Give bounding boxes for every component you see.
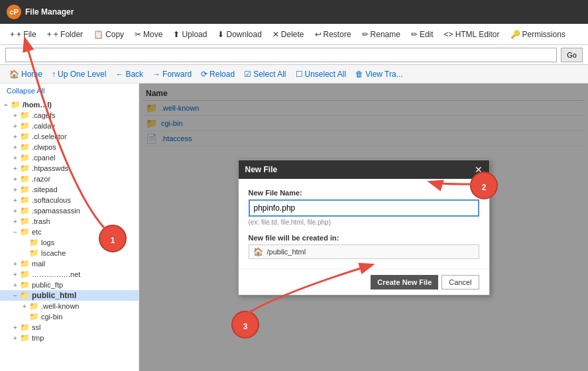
tree-item-clselector[interactable]: + 📁 .cl.selector [0, 131, 139, 142]
header: cP File Manager [0, 0, 588, 24]
expand-icon: − [11, 292, 20, 299]
tree-item-cagefs[interactable]: + 📁 .cagefs [0, 110, 139, 121]
collapse-all-button[interactable]: Collapse All [0, 83, 139, 98]
folder-icon: 📁 [20, 270, 30, 279]
folder-icon: 📁 [20, 280, 30, 290]
tree-item-clwpos[interactable]: + 📁 .clwpos [0, 142, 139, 152]
tree-item-razor[interactable]: + 📁 .razor [0, 174, 139, 184]
tree-label: .softaculous [32, 196, 71, 204]
tree-item-etc[interactable]: − 📁 etc [0, 227, 139, 237]
expand-icon: + [20, 303, 29, 310]
tree-item-spamassassin[interactable]: + 📁 .spamassassin [0, 205, 139, 216]
tree-label: .sitepad [32, 186, 58, 193]
folder-icon: 📁 [20, 185, 30, 194]
toolbar: + + File + + Folder 📋 Copy ✂ Move ⬆ Uplo… [0, 24, 588, 45]
file-tree: − 📁 /hom…l) + 📁 .cagefs + 📁 .caldav + 📁 … [0, 98, 139, 344]
upload-button[interactable]: ⬆ Upload [168, 28, 211, 41]
forward-button[interactable]: → Forward [148, 68, 196, 80]
go-button[interactable]: Go [561, 48, 583, 62]
tree-item-dotnet[interactable]: + 📁 …………….net [0, 269, 139, 280]
new-file-icon: + [10, 30, 15, 39]
tree-label: public_ftp [32, 281, 63, 289]
expand-icon-root: − [1, 101, 11, 109]
html-editor-button[interactable]: <> HTML Editor [440, 28, 504, 41]
folder-icon: 📁 [20, 111, 30, 120]
reload-icon: ⟳ [201, 70, 207, 79]
tree-item-well-known[interactable]: + 📁 .well-known [0, 301, 139, 311]
tree-item-htpasswds[interactable]: + 📁 .htpasswds [0, 163, 139, 174]
tree-item-cpanel[interactable]: + 📁 .cpanel [0, 152, 139, 163]
cancel-button[interactable]: Cancel [441, 275, 479, 290]
tree-item-public-ftp[interactable]: + 📁 public_ftp [0, 280, 139, 290]
unselect-all-button[interactable]: ☐ Unselect All [292, 68, 351, 80]
new-file-name-hint: (ex: file.td, file.html, file.php) [249, 219, 479, 226]
tree-item-sitepad[interactable]: + 📁 .sitepad [0, 184, 139, 195]
edit-icon: ✏ [411, 30, 418, 39]
tree-label: .cagefs [32, 111, 55, 119]
folder-icon: 📁 [20, 259, 30, 268]
new-file-button[interactable]: + + File [5, 28, 41, 41]
modal-close-button[interactable]: ✕ [475, 164, 483, 175]
cpanel-icon: cP [7, 5, 21, 19]
tree-label: public_html [32, 291, 76, 300]
tree-item-root[interactable]: − 📁 /hom…l) [0, 99, 139, 110]
tree-label: …………….net [32, 270, 80, 278]
new-file-modal: New File ✕ New File Name: phpinfo.php (e… [238, 160, 490, 295]
tree-item-mail[interactable]: + 📁 mail [0, 258, 139, 269]
back-button[interactable]: ← Back [111, 68, 147, 80]
tree-label: mail [32, 260, 45, 268]
new-folder-button[interactable]: + + Folder [42, 28, 88, 41]
folder-icon: 📁 [20, 153, 30, 162]
right-panel: Name 📁 .well-known 📁 cgi-bin 📄 .htaccess… [139, 83, 588, 371]
new-file-name-label: New File Name: [249, 189, 479, 197]
folder-icon: 📁 [29, 248, 39, 258]
path-input[interactable]: /public_html [5, 48, 557, 62]
trash-icon: 🗑 [355, 70, 363, 79]
create-new-file-button[interactable]: Create New File [371, 275, 438, 290]
tree-label: .caldav [32, 122, 55, 130]
folder-icon: 📁 [29, 312, 39, 321]
up-arrow-icon: ↑ [52, 70, 56, 79]
expand-icon: + [11, 218, 20, 225]
folder-icon-root: 📁 [11, 100, 21, 109]
download-icon: ⬇ [217, 30, 224, 39]
download-button[interactable]: ⬇ Download [213, 28, 266, 41]
select-all-button[interactable]: ☑ Select All [240, 68, 290, 80]
copy-icon: 📋 [93, 30, 103, 39]
tree-label: .htpasswds [32, 164, 68, 172]
rename-button[interactable]: ✏ Rename [357, 28, 405, 41]
main-container: Collapse All − 📁 /hom…l) + 📁 .cagefs + 📁… [0, 83, 588, 371]
tree-item-trash[interactable]: + 📁 .trash [0, 216, 139, 227]
tree-item-public-html[interactable]: − 📁 public_html [0, 290, 139, 301]
tree-item-softaculous[interactable]: + 📁 .softaculous [0, 195, 139, 205]
expand-icon: + [11, 207, 20, 215]
restore-button[interactable]: ↩ Restore [310, 28, 356, 41]
new-file-name-input[interactable]: phpinfo.php [249, 199, 479, 217]
expand-icon: − [11, 229, 20, 236]
move-button[interactable]: ✂ Move [130, 28, 167, 41]
expand-icon: + [11, 271, 20, 278]
edit-button[interactable]: ✏ Edit [406, 28, 438, 41]
tree-item-cgi-bin[interactable]: 📁 cgi-bin [0, 311, 139, 322]
copy-button[interactable]: 📋 Copy [89, 28, 129, 41]
delete-button[interactable]: ✕ Delete [268, 28, 309, 41]
tree-label: tmp [32, 334, 44, 342]
tree-item-logs[interactable]: 📁 logs [0, 237, 139, 248]
tree-item-caldav[interactable]: + 📁 .caldav [0, 121, 139, 131]
permissions-button[interactable]: 🔑 Permissions [506, 28, 570, 41]
expand-icon: + [11, 324, 20, 331]
up-level-button[interactable]: ↑ Up One Level [48, 68, 110, 80]
expand-icon: + [11, 154, 20, 162]
tree-item-lscache[interactable]: 📁 lscache [0, 248, 139, 258]
tree-item-tmp[interactable]: + 📁 tmp [0, 333, 139, 343]
tree-item-ssl[interactable]: + 📁 ssl [0, 322, 139, 333]
folder-icon: 📁 [20, 174, 30, 184]
reload-button[interactable]: ⟳ Reload [197, 68, 239, 80]
view-trash-button[interactable]: 🗑 View Tra... [351, 68, 406, 80]
home-nav-button[interactable]: 🏠 Home [5, 68, 46, 80]
restore-icon: ↩ [315, 30, 322, 39]
rename-icon: ✏ [362, 30, 369, 39]
modal-body: New File Name: phpinfo.php (ex: file.td,… [239, 179, 489, 269]
folder-icon: 📁 [20, 323, 30, 332]
location-text: /public_html [267, 248, 306, 256]
